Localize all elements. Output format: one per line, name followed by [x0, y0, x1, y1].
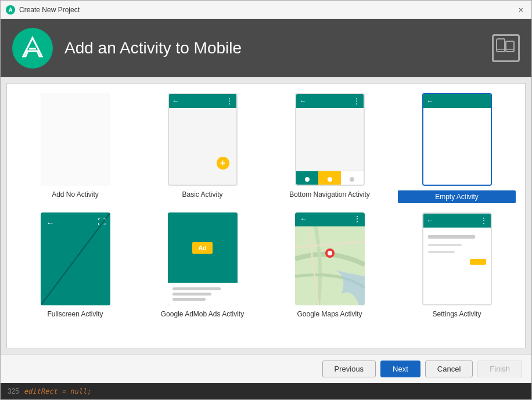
activity-grid-container: Add No Activity ← ⋮ + Basic Activity — [6, 83, 526, 348]
activity-grid: Add No Activity ← ⋮ + Basic Activity — [16, 93, 516, 318]
footer: Previous Next Cancel Finish — [1, 354, 531, 383]
nav-item-2 — [318, 171, 341, 186]
empty-activity-preview: ← — [422, 93, 492, 186]
menu-icon: ⋮ — [480, 217, 487, 225]
activity-item-no-activity[interactable]: Add No Activity — [16, 93, 134, 203]
fullscreen-activity-preview: ← ⛶ — [41, 212, 110, 305]
svg-marker-2 — [23, 38, 42, 56]
code-bar: 325 editRect = null; — [1, 383, 531, 399]
next-button[interactable]: Next — [380, 361, 420, 377]
activity-item-basic[interactable]: ← ⋮ + Basic Activity — [143, 93, 261, 203]
basic-activity-preview: ← ⋮ + — [168, 93, 238, 186]
finish-button[interactable]: Finish — [477, 361, 522, 377]
arrow-icon: ← — [427, 97, 434, 105]
activity-item-fullscreen[interactable]: ← ⛶ Fullscreen Activity — [16, 212, 134, 318]
admob-activity-preview: Ad — [168, 212, 238, 305]
line-number: 325 — [8, 387, 19, 395]
activity-item-admob[interactable]: Ad Google AdMob Ads Activity — [143, 212, 261, 318]
bottom-nav-activity-label: Bottom Navigation Activity — [289, 190, 370, 199]
fullscreen-activity-label: Fullscreen Activity — [47, 310, 103, 318]
activity-item-settings[interactable]: ← ⋮ Settings Activity — [398, 212, 516, 318]
svg-rect-5 — [506, 41, 514, 52]
main-window: A Create New Project × Add an Activity t… — [0, 0, 532, 400]
menu-icon: ⋮ — [353, 97, 360, 105]
app-icon: A — [5, 5, 16, 15]
header-title: Add an Activity to Mobile — [64, 39, 242, 57]
settings-activity-preview: ← ⋮ — [422, 212, 492, 305]
content-area: Add No Activity ← ⋮ + Basic Activity — [1, 77, 531, 354]
fab-button: + — [217, 157, 229, 170]
activity-item-maps[interactable]: ← ⋮ Google Maps Activity — [271, 212, 389, 318]
cancel-button[interactable]: Cancel — [425, 361, 473, 377]
activity-item-bottom-nav[interactable]: ← ⋮ — [271, 93, 389, 203]
previous-button[interactable]: Previous — [322, 361, 376, 377]
header: Add an Activity to Mobile — [1, 19, 531, 77]
basic-activity-label: Basic Activity — [182, 190, 222, 199]
svg-text:⋮: ⋮ — [353, 214, 361, 224]
menu-icon: ⋮ — [226, 97, 233, 105]
arrow-icon: ← — [427, 217, 434, 225]
empty-activity-label: Empty Activity — [398, 190, 516, 203]
title-bar-text: Create New Project — [19, 6, 515, 14]
maps-activity-label: Google Maps Activity — [297, 310, 362, 318]
code-text: editRect = null; — [24, 387, 91, 395]
title-bar: A Create New Project × — [1, 1, 531, 19]
svg-point-13 — [328, 251, 332, 255]
no-activity-label: Add No Activity — [52, 190, 99, 199]
svg-line-8 — [41, 212, 110, 305]
bottom-nav-activity-preview: ← ⋮ — [295, 93, 365, 186]
settings-activity-label: Settings Activity — [432, 310, 481, 318]
header-logo — [12, 28, 53, 69]
nav-item-1 — [296, 171, 319, 186]
admob-activity-label: Google AdMob Ads Activity — [161, 310, 244, 318]
arrow-icon: ← — [300, 97, 307, 105]
close-button[interactable]: × — [515, 4, 527, 16]
activity-item-empty[interactable]: ← Empty Activity — [398, 93, 516, 203]
svg-text:A: A — [8, 7, 12, 13]
svg-text:←: ← — [300, 214, 308, 224]
nav-item-3 — [341, 171, 364, 186]
arrow-icon: ← — [172, 97, 179, 105]
no-activity-preview — [41, 93, 110, 186]
device-icon — [492, 34, 520, 62]
ad-badge: Ad — [192, 242, 213, 254]
maps-activity-preview: ← ⋮ — [295, 212, 365, 305]
